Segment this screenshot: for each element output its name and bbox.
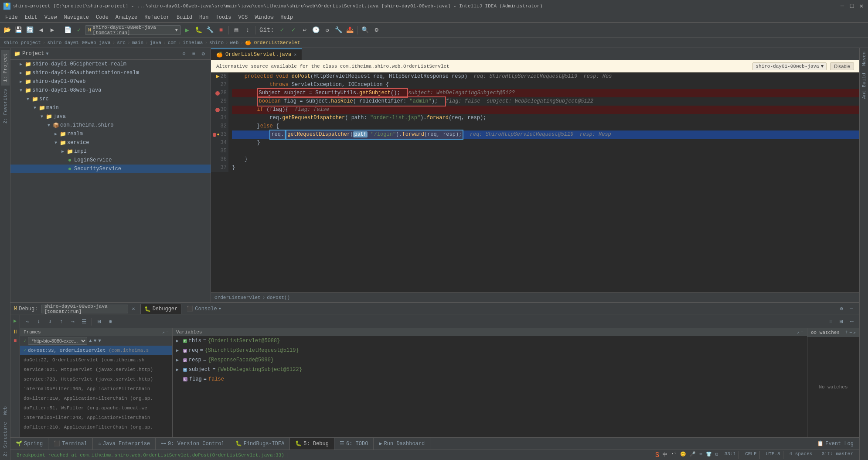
debug-settings-icon[interactable]: ⚙ <box>837 305 846 313</box>
resume-btn[interactable]: ▶ <box>11 317 19 325</box>
layout-icon[interactable]: ▤ <box>231 25 242 35</box>
locate-icon[interactable]: ⊕ <box>180 50 188 58</box>
tree-item-login-service[interactable]: ● LoginService <box>10 156 211 165</box>
run-button[interactable]: ▶ <box>182 25 192 35</box>
open-folder-icon[interactable]: 📂 <box>2 25 12 35</box>
sidebar-tab-web[interactable]: Web <box>1 403 10 419</box>
frames-expand-icon[interactable]: ↗ <box>162 330 165 335</box>
git-check2-icon[interactable]: ✓ <box>288 25 299 35</box>
disable-button[interactable]: Disable <box>830 62 854 70</box>
watch-expand-icon[interactable]: ↗ <box>853 330 856 335</box>
eval-icon[interactable]: ☰ <box>79 317 89 326</box>
tree-item-06auth[interactable]: ▶ 📁 shiro-day01-06authentication-realm <box>10 69 211 77</box>
minimize-button[interactable]: ─ <box>839 3 845 9</box>
frame-service2[interactable]: service:728, HttpServlet (javax.servlet.… <box>20 374 172 384</box>
status-position[interactable]: 33:1 <box>722 451 739 459</box>
bp-33[interactable] <box>213 133 216 137</box>
tree-item-security-service[interactable]: ● SecurityService <box>10 165 211 173</box>
var-this[interactable]: ▶ t this = {OrderListServlet@5088} <box>173 336 807 346</box>
tree-item-com-itheima[interactable]: ▼ 📦 com.itheima.shiro <box>10 121 211 130</box>
sidebar-tab-favorites[interactable]: 2: Favorites <box>1 86 10 127</box>
tree-item-service[interactable]: ▼ 📁 service <box>10 138 211 147</box>
frames-icon[interactable]: ⊟ <box>95 317 104 326</box>
source-combo[interactable]: shiro-day01-08web-java ▼ <box>752 62 827 70</box>
step-into2-icon[interactable]: ⬇ <box>45 317 55 326</box>
frame-doget[interactable]: doGet:22, OrderListServlet (com.itheima.… <box>20 355 172 365</box>
watch-remove-icon[interactable]: – <box>849 330 852 336</box>
search-icon[interactable]: 🔍 <box>360 25 371 35</box>
tree-item-07web[interactable]: ▶ 📁 shiro-day01-07web <box>10 77 211 86</box>
sidebar-tab-structure[interactable]: 2: Structure <box>1 419 10 460</box>
tab-debug[interactable]: 🐛 5: Debug <box>290 438 334 450</box>
tab-event-log[interactable]: 📋 Event Log <box>812 438 859 450</box>
save-icon[interactable]: 💾 <box>13 25 24 35</box>
sidebar-tab-project[interactable]: 1: Project <box>1 50 10 86</box>
forward-icon[interactable]: ▶ <box>47 25 58 35</box>
run-config-button[interactable]: 🔧 <box>204 25 215 35</box>
code-editor[interactable]: ▶ 26 27 28 29 <box>211 72 859 292</box>
menu-window[interactable]: Window <box>251 12 277 23</box>
frame-dofilter1[interactable]: doFilter:210, ApplicationFilterChain (or… <box>20 394 172 403</box>
tab-close-icon[interactable]: ✕ <box>294 52 296 57</box>
thread-filter-icon[interactable]: ▼ <box>98 338 101 343</box>
git-back-icon[interactable]: ↩ <box>300 25 310 35</box>
debug-minimize-icon[interactable]: ─ <box>847 305 856 313</box>
run-config-combo[interactable]: M shiro-day01-08web-java [tomcat7:run] ▼ <box>85 25 181 35</box>
tree-item-src[interactable]: ▼ 📁 src <box>10 95 211 103</box>
git-push-icon[interactable]: 📤 <box>345 25 355 35</box>
vars-close-icon[interactable]: – <box>801 330 803 335</box>
close-button[interactable]: ✕ <box>858 3 865 9</box>
tab-run-dashboard[interactable]: ▶ Run Dashboard <box>374 438 430 450</box>
debug-run-button[interactable]: 🐛 <box>193 25 204 35</box>
thread-up-icon[interactable]: ▲ <box>89 338 92 343</box>
menu-run[interactable]: Run <box>196 12 212 23</box>
bp-30[interactable] <box>215 108 220 112</box>
menu-tools[interactable]: Tools <box>212 12 235 23</box>
menu-analyze[interactable]: Analyze <box>112 12 141 23</box>
var-resp[interactable]: ▶ p resp = {ResponseFacade@5090} <box>173 355 807 365</box>
bc-day08[interactable]: shiro-day01-08web-java <box>47 40 110 45</box>
status-encoding[interactable]: UTF-8 <box>763 451 783 459</box>
back-icon[interactable]: ◀ <box>36 25 46 35</box>
checkmark-icon[interactable]: ✓ <box>74 25 84 35</box>
var-flag[interactable]: ▶ b flag = false <box>173 374 807 384</box>
bc-main[interactable]: main <box>132 40 143 45</box>
tree-item-05cipher[interactable]: ▶ 📁 shiro-day01-05ciphertext-realm <box>10 60 211 69</box>
bc-java[interactable]: java <box>150 40 161 45</box>
watches-list-icon[interactable]: ≡ <box>826 317 836 326</box>
settings-tree-icon[interactable]: ⚙ <box>199 50 207 58</box>
git-history-icon[interactable]: 🕐 <box>311 25 321 35</box>
tab-version-control[interactable]: ⊶ 9: Version Control <box>156 438 230 450</box>
stop-button[interactable]: ■ <box>216 25 226 35</box>
status-indent[interactable]: 4 spaces <box>787 451 816 459</box>
frame-internal1[interactable]: internalDoFilter:305, ApplicationFilterC… <box>20 384 172 394</box>
status-git[interactable]: Git: master <box>819 451 856 459</box>
bc-itheima[interactable]: itheima <box>183 40 203 45</box>
tab-spring[interactable]: 🌱 Spring <box>10 438 48 450</box>
menu-vcs[interactable]: VCS <box>235 12 252 23</box>
debug-debugger-tab[interactable]: 🐛 Debugger <box>140 304 182 314</box>
frame-service1[interactable]: service:621, HttpServlet (javax.servlet.… <box>20 365 172 374</box>
threads-icon[interactable]: ⊞ <box>106 317 116 326</box>
bc-src[interactable]: src <box>117 40 126 45</box>
tab-java-enterprise[interactable]: ☕ Java Enterprise <box>93 438 156 450</box>
menu-code[interactable]: Code <box>92 12 112 23</box>
frame-dofilter2[interactable]: doFilter:210, ApplicationFilterChain (or… <box>20 422 172 432</box>
sync-icon[interactable]: 🔄 <box>24 25 35 35</box>
frame-dopost[interactable]: ✓ doPost:33, OrderListServlet (com.ithei… <box>20 346 172 355</box>
right-tab-maven[interactable]: Maven <box>861 48 868 69</box>
file-icon[interactable]: 📄 <box>62 25 73 35</box>
git-wrench-icon[interactable]: 🔧 <box>334 25 344 35</box>
frame-wsfilter[interactable]: doFilter:51, WsFilter (org.apache.tomcat… <box>20 403 172 413</box>
maximize-button[interactable]: □ <box>849 3 855 9</box>
console-tab-arrow[interactable]: ▼ <box>219 307 221 311</box>
menu-build[interactable]: Build <box>173 12 196 23</box>
thread-down-icon[interactable]: ▼ <box>94 338 97 343</box>
step-over-icon[interactable]: ↷ <box>23 317 32 326</box>
tree-item-impl[interactable]: ▶ 📁 impl <box>10 147 211 156</box>
thread-combo[interactable]: *http-bio-8080-exec... <box>28 337 87 345</box>
tree-item-java[interactable]: ▼ 📁 java <box>10 112 211 121</box>
settings-icon[interactable]: ⚙ <box>371 25 382 35</box>
tree-item-main[interactable]: ▼ 📁 main <box>10 103 211 112</box>
pause-btn[interactable]: ⏸ <box>11 328 19 336</box>
